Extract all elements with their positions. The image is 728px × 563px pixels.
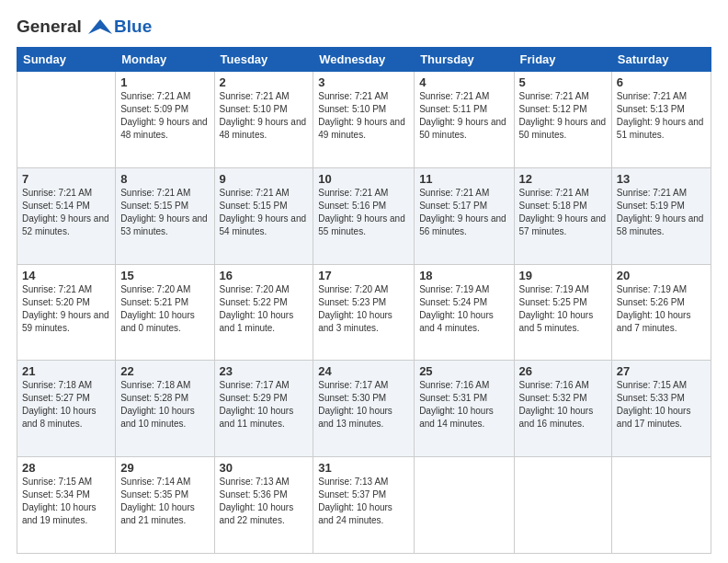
header-wednesday: Wednesday [313, 47, 415, 71]
calendar-cell: 6Sunrise: 7:21 AMSunset: 5:13 PMDaylight… [611, 71, 711, 167]
day-info: Sunrise: 7:13 AMSunset: 5:36 PMDaylight:… [220, 476, 309, 527]
day-info: Sunrise: 7:21 AMSunset: 5:20 PMDaylight:… [22, 283, 110, 335]
day-number: 20 [617, 269, 706, 282]
calendar-cell: 9Sunrise: 7:21 AMSunset: 5:15 PMDaylight… [214, 167, 313, 264]
calendar-cell [514, 457, 611, 554]
logo-blue-text: Blue [114, 17, 152, 37]
day-number: 18 [419, 269, 508, 282]
calendar-cell: 24Sunrise: 7:17 AMSunset: 5:30 PMDayligh… [313, 361, 415, 457]
calendar-cell [611, 457, 711, 554]
calendar-table: SundayMondayTuesdayWednesdayThursdayFrid… [17, 47, 711, 554]
day-info: Sunrise: 7:20 AMSunset: 5:21 PMDaylight:… [120, 283, 209, 335]
day-number: 16 [220, 269, 309, 282]
day-info: Sunrise: 7:16 AMSunset: 5:32 PMDaylight:… [519, 379, 607, 431]
calendar-cell: 4Sunrise: 7:21 AMSunset: 5:11 PMDaylight… [415, 71, 514, 167]
day-info: Sunrise: 7:15 AMSunset: 5:34 PMDaylight:… [22, 476, 110, 527]
day-info: Sunrise: 7:18 AMSunset: 5:27 PMDaylight:… [22, 379, 110, 431]
calendar-week-1: 1Sunrise: 7:21 AMSunset: 5:09 PMDaylight… [17, 71, 711, 167]
day-number: 26 [519, 364, 607, 378]
calendar-week-5: 28Sunrise: 7:15 AMSunset: 5:34 PMDayligh… [17, 457, 711, 554]
day-info: Sunrise: 7:21 AMSunset: 5:18 PMDaylight:… [519, 187, 607, 238]
day-info: Sunrise: 7:21 AMSunset: 5:13 PMDaylight:… [617, 90, 706, 142]
logo-bird-icon [88, 17, 112, 38]
header-friday: Friday [514, 47, 611, 71]
day-number: 21 [22, 364, 110, 378]
day-number: 28 [22, 461, 110, 475]
day-number: 31 [318, 461, 409, 475]
day-number: 7 [22, 172, 110, 186]
day-info: Sunrise: 7:20 AMSunset: 5:22 PMDaylight:… [220, 283, 309, 335]
day-info: Sunrise: 7:15 AMSunset: 5:33 PMDaylight:… [617, 379, 706, 431]
day-number: 15 [120, 269, 209, 282]
header-sunday: Sunday [17, 47, 116, 71]
day-info: Sunrise: 7:21 AMSunset: 5:10 PMDaylight:… [220, 90, 309, 142]
day-number: 1 [120, 75, 209, 89]
calendar-cell: 1Sunrise: 7:21 AMSunset: 5:09 PMDaylight… [116, 71, 214, 167]
day-number: 6 [617, 75, 706, 89]
day-info: Sunrise: 7:21 AMSunset: 5:15 PMDaylight:… [220, 187, 309, 238]
calendar-cell: 28Sunrise: 7:15 AMSunset: 5:34 PMDayligh… [17, 457, 116, 554]
calendar-cell: 26Sunrise: 7:16 AMSunset: 5:32 PMDayligh… [514, 361, 611, 457]
svg-marker-0 [88, 19, 112, 34]
day-number: 19 [519, 269, 607, 282]
day-number: 24 [318, 364, 409, 378]
calendar-week-4: 21Sunrise: 7:18 AMSunset: 5:27 PMDayligh… [17, 361, 711, 457]
day-number: 27 [617, 364, 706, 378]
calendar-cell: 31Sunrise: 7:13 AMSunset: 5:37 PMDayligh… [313, 457, 415, 554]
day-info: Sunrise: 7:17 AMSunset: 5:29 PMDaylight:… [220, 379, 309, 431]
day-number: 8 [120, 172, 209, 186]
day-number: 13 [617, 172, 706, 186]
calendar-cell: 22Sunrise: 7:18 AMSunset: 5:28 PMDayligh… [116, 361, 214, 457]
day-info: Sunrise: 7:19 AMSunset: 5:26 PMDaylight:… [617, 283, 706, 335]
calendar-cell: 27Sunrise: 7:15 AMSunset: 5:33 PMDayligh… [611, 361, 711, 457]
day-info: Sunrise: 7:18 AMSunset: 5:28 PMDaylight:… [120, 379, 209, 431]
header-monday: Monday [116, 47, 214, 71]
day-number: 29 [120, 461, 209, 475]
calendar-cell: 7Sunrise: 7:21 AMSunset: 5:14 PMDaylight… [17, 167, 116, 264]
header-tuesday: Tuesday [214, 47, 313, 71]
calendar-header-row: SundayMondayTuesdayWednesdayThursdayFrid… [17, 47, 711, 71]
day-info: Sunrise: 7:16 AMSunset: 5:31 PMDaylight:… [419, 379, 508, 431]
calendar-cell: 16Sunrise: 7:20 AMSunset: 5:22 PMDayligh… [214, 264, 313, 361]
calendar-cell: 17Sunrise: 7:20 AMSunset: 5:23 PMDayligh… [313, 264, 415, 361]
calendar-week-2: 7Sunrise: 7:21 AMSunset: 5:14 PMDaylight… [17, 167, 711, 264]
calendar-cell: 5Sunrise: 7:21 AMSunset: 5:12 PMDaylight… [514, 71, 611, 167]
day-number: 14 [22, 269, 110, 282]
day-info: Sunrise: 7:21 AMSunset: 5:12 PMDaylight:… [519, 90, 607, 142]
day-info: Sunrise: 7:21 AMSunset: 5:09 PMDaylight:… [120, 90, 209, 142]
day-info: Sunrise: 7:21 AMSunset: 5:11 PMDaylight:… [419, 90, 508, 142]
day-info: Sunrise: 7:17 AMSunset: 5:30 PMDaylight:… [318, 379, 409, 431]
day-number: 10 [318, 172, 409, 186]
calendar-cell: 12Sunrise: 7:21 AMSunset: 5:18 PMDayligh… [514, 167, 611, 264]
day-info: Sunrise: 7:14 AMSunset: 5:35 PMDaylight:… [120, 476, 209, 527]
calendar-cell: 25Sunrise: 7:16 AMSunset: 5:31 PMDayligh… [415, 361, 514, 457]
day-number: 11 [419, 172, 508, 186]
header-thursday: Thursday [415, 47, 514, 71]
calendar-cell: 15Sunrise: 7:20 AMSunset: 5:21 PMDayligh… [116, 264, 214, 361]
calendar-cell: 30Sunrise: 7:13 AMSunset: 5:36 PMDayligh… [214, 457, 313, 554]
logo: General Blue [17, 17, 152, 38]
day-number: 25 [419, 364, 508, 378]
calendar-cell: 14Sunrise: 7:21 AMSunset: 5:20 PMDayligh… [17, 264, 116, 361]
day-number: 23 [220, 364, 309, 378]
calendar-cell: 20Sunrise: 7:19 AMSunset: 5:26 PMDayligh… [611, 264, 711, 361]
day-number: 22 [120, 364, 209, 378]
day-number: 30 [220, 461, 309, 475]
day-info: Sunrise: 7:21 AMSunset: 5:15 PMDaylight:… [120, 187, 209, 238]
day-info: Sunrise: 7:19 AMSunset: 5:24 PMDaylight:… [419, 283, 508, 335]
day-info: Sunrise: 7:21 AMSunset: 5:10 PMDaylight:… [318, 90, 409, 142]
header: General Blue [17, 17, 711, 38]
calendar-cell: 13Sunrise: 7:21 AMSunset: 5:19 PMDayligh… [611, 167, 711, 264]
calendar-cell: 18Sunrise: 7:19 AMSunset: 5:24 PMDayligh… [415, 264, 514, 361]
calendar-cell: 10Sunrise: 7:21 AMSunset: 5:16 PMDayligh… [313, 167, 415, 264]
calendar-cell: 3Sunrise: 7:21 AMSunset: 5:10 PMDaylight… [313, 71, 415, 167]
day-number: 9 [220, 172, 309, 186]
day-info: Sunrise: 7:20 AMSunset: 5:23 PMDaylight:… [318, 283, 409, 335]
calendar-cell: 21Sunrise: 7:18 AMSunset: 5:27 PMDayligh… [17, 361, 116, 457]
calendar-cell: 29Sunrise: 7:14 AMSunset: 5:35 PMDayligh… [116, 457, 214, 554]
day-number: 5 [519, 75, 607, 89]
calendar-cell: 19Sunrise: 7:19 AMSunset: 5:25 PMDayligh… [514, 264, 611, 361]
calendar-cell: 2Sunrise: 7:21 AMSunset: 5:10 PMDaylight… [214, 71, 313, 167]
day-number: 3 [318, 75, 409, 89]
day-number: 2 [220, 75, 309, 89]
